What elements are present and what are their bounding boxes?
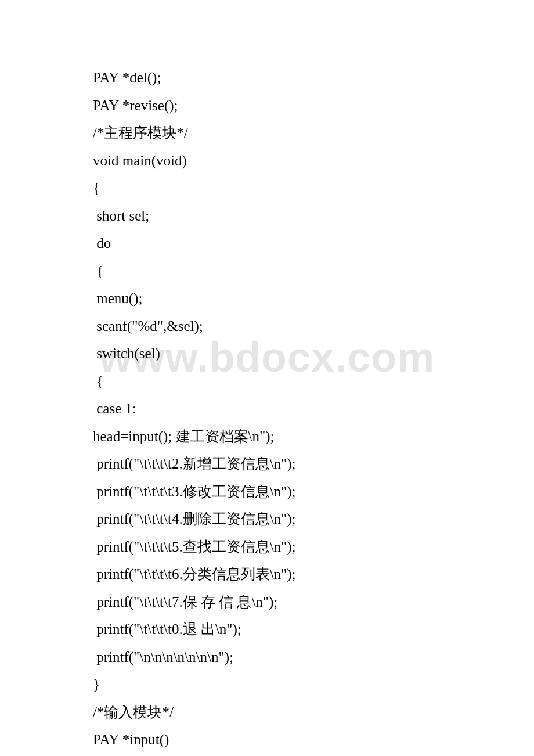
code-line: printf("\t\t\t\t6.分类信息列表\n"); (93, 560, 488, 588)
code-line: { (93, 368, 488, 395)
code-line: { (93, 754, 488, 757)
code-line: printf("\t\t\t\t2.新增工资信息\n"); (93, 450, 488, 478)
code-line: printf("\t\t\t\t0.退 出\n"); (93, 615, 488, 643)
code-block: PAY *del();PAY *revise();/*主程序模块*/void m… (93, 64, 488, 756)
code-line: { (93, 174, 488, 202)
code-line: case 1: (93, 395, 488, 423)
code-line: printf("\t\t\t\t5.查找工资信息\n"); (93, 533, 488, 561)
code-line: short sel; (93, 202, 488, 230)
code-line: do (93, 229, 488, 257)
code-line: switch(sel) (93, 340, 488, 368)
code-line: printf("\t\t\t\t7.保 存 信 息\n"); (93, 588, 488, 616)
document-page: www.bdocx.com PAY *del();PAY *revise();/… (0, 0, 534, 756)
code-line: /*输入模块*/ (93, 699, 488, 726)
code-line: } (93, 671, 488, 699)
code-line: PAY *input() (93, 726, 488, 754)
code-line: void main(void) (93, 147, 488, 175)
code-line: /*主程序模块*/ (93, 119, 488, 147)
code-line: head=input(); 建工资档案\n"); (93, 423, 488, 451)
code-line: printf("\n\n\n\n\n\n\n"); (93, 643, 488, 671)
code-line: printf("\t\t\t\t3.修改工资信息\n"); (93, 478, 488, 506)
code-line: PAY *revise(); (93, 92, 488, 120)
code-line: { (93, 257, 488, 285)
code-line: printf("\t\t\t\t4.删除工资信息\n"); (93, 505, 488, 533)
code-line: PAY *del(); (93, 64, 488, 92)
code-line: menu(); (93, 285, 488, 312)
code-line: scanf("%d",&sel); (93, 312, 488, 340)
